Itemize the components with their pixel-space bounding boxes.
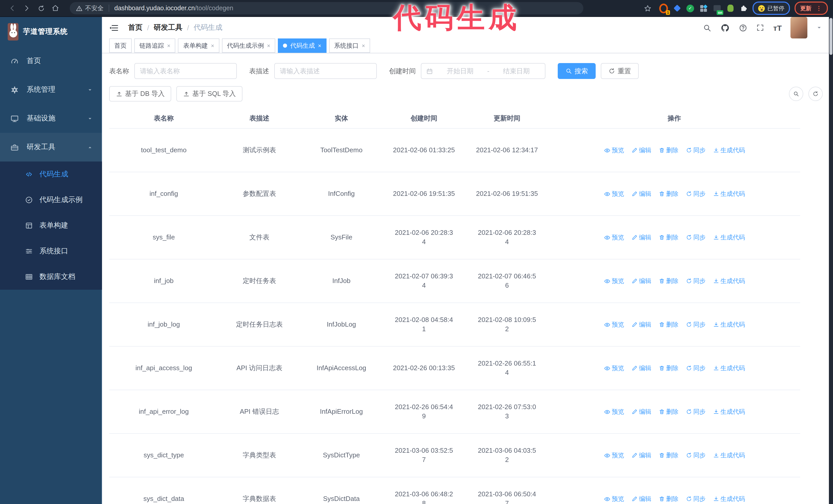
sync-link[interactable]: 同步 bbox=[686, 277, 706, 286]
browser-back-icon[interactable] bbox=[5, 1, 20, 16]
sync-link[interactable]: 同步 bbox=[686, 451, 706, 460]
start-date-placeholder[interactable]: 开始日期 bbox=[436, 66, 484, 76]
table-row[interactable]: sys_dict_type 字典类型表 SysDictType 2021-03-… bbox=[109, 433, 800, 477]
sidebar-item-db-doc[interactable]: 数据库文档 bbox=[0, 264, 102, 290]
close-icon[interactable]: × bbox=[362, 43, 365, 49]
end-date-placeholder[interactable]: 结束日期 bbox=[492, 66, 540, 76]
delete-link[interactable]: 删除 bbox=[659, 233, 679, 242]
table-name-input[interactable] bbox=[134, 63, 237, 79]
edit-link[interactable]: 编辑 bbox=[631, 363, 651, 373]
tab-tracing[interactable]: 链路追踪× bbox=[134, 39, 175, 53]
github-icon[interactable] bbox=[720, 23, 730, 32]
edit-link[interactable]: 编辑 bbox=[631, 277, 651, 286]
table-row[interactable]: inf_api_access_log API 访问日志表 InfApiAcces… bbox=[109, 346, 800, 390]
sidebar-item-codegen[interactable]: 代码生成 bbox=[0, 162, 102, 187]
toggle-search-button[interactable] bbox=[789, 87, 803, 101]
browser-reload-icon[interactable] bbox=[34, 1, 48, 16]
delete-link[interactable]: 删除 bbox=[659, 277, 679, 286]
table-row[interactable]: sys_file 文件表 SysFile 2021-02-06 20:28:3 … bbox=[109, 216, 800, 259]
preview-link[interactable]: 预览 bbox=[603, 146, 624, 155]
close-icon[interactable]: × bbox=[211, 43, 214, 49]
paused-extension-chip[interactable]: 已暂停 bbox=[753, 2, 790, 15]
extension-icon-figure[interactable] bbox=[726, 4, 735, 13]
preview-link[interactable]: 预览 bbox=[603, 451, 624, 460]
generate-code-link[interactable]: 生成代码 bbox=[713, 320, 745, 329]
edit-link[interactable]: 编辑 bbox=[631, 451, 651, 460]
page-url[interactable]: dashboard.yudao.iocoder.cn/tool/codegen bbox=[114, 5, 233, 12]
table-row[interactable]: inf_api_error_log API 错误日志 InfApiErrorLo… bbox=[109, 390, 800, 433]
tab-codegen[interactable]: 代码生成× bbox=[278, 39, 327, 53]
app-logo[interactable]: 芋道管理系统 bbox=[0, 17, 102, 47]
sidebar-item-system[interactable]: 系统管理 bbox=[0, 75, 102, 104]
browser-home-icon[interactable] bbox=[48, 1, 63, 16]
delete-link[interactable]: 删除 bbox=[659, 363, 679, 373]
delete-link[interactable]: 删除 bbox=[659, 189, 679, 198]
scrollbar-thumb[interactable] bbox=[829, 18, 832, 55]
generate-code-link[interactable]: 生成代码 bbox=[713, 494, 745, 503]
edit-link[interactable]: 编辑 bbox=[631, 407, 651, 416]
avatar-caret-down-icon[interactable] bbox=[816, 25, 822, 31]
table-row[interactable]: inf_job_log 定时任务日志表 InfJobLog 2021-02-08… bbox=[109, 303, 800, 346]
edit-link[interactable]: 编辑 bbox=[631, 320, 651, 329]
close-icon[interactable]: × bbox=[167, 43, 170, 49]
generate-code-link[interactable]: 生成代码 bbox=[713, 363, 745, 373]
edit-link[interactable]: 编辑 bbox=[631, 146, 651, 155]
breadcrumb-devtools[interactable]: 研发工具 bbox=[154, 23, 183, 32]
sync-link[interactable]: 同步 bbox=[686, 407, 706, 416]
extension-icon-check[interactable]: ✓ bbox=[686, 4, 695, 13]
close-icon[interactable]: × bbox=[267, 43, 270, 49]
sync-link[interactable]: 同步 bbox=[686, 494, 706, 503]
sidebar-item-home[interactable]: 首页 bbox=[0, 47, 102, 75]
extension-icon-gem[interactable] bbox=[672, 4, 681, 13]
preview-link[interactable]: 预览 bbox=[603, 189, 624, 198]
delete-link[interactable]: 删除 bbox=[659, 451, 679, 460]
generate-code-link[interactable]: 生成代码 bbox=[713, 407, 745, 416]
generate-code-link[interactable]: 生成代码 bbox=[713, 233, 745, 242]
preview-link[interactable]: 预览 bbox=[603, 363, 624, 373]
bookmark-star-icon[interactable] bbox=[640, 1, 654, 16]
search-icon[interactable] bbox=[703, 23, 712, 32]
import-db-button[interactable]: 基于 DB 导入 bbox=[109, 86, 171, 101]
delete-link[interactable]: 删除 bbox=[659, 146, 679, 155]
preview-link[interactable]: 预览 bbox=[603, 233, 624, 242]
sidebar-item-devtools[interactable]: 研发工具 bbox=[0, 133, 102, 162]
sync-link[interactable]: 同步 bbox=[686, 189, 706, 198]
delete-link[interactable]: 删除 bbox=[659, 407, 679, 416]
table-desc-input[interactable] bbox=[274, 63, 377, 79]
preview-link[interactable]: 预览 bbox=[603, 407, 624, 416]
extensions-puzzle-icon[interactable] bbox=[739, 4, 748, 13]
extension-icon-grid[interactable] bbox=[699, 4, 708, 13]
generate-code-link[interactable]: 生成代码 bbox=[713, 189, 745, 198]
sidebar-item-form-builder[interactable]: 表单构建 bbox=[0, 213, 102, 238]
font-size-icon[interactable]: тT bbox=[773, 23, 782, 32]
table-row[interactable]: sys_dict_data 字典数据表 SysDictData 2021-03-… bbox=[109, 477, 800, 504]
reset-button[interactable]: 重置 bbox=[601, 63, 639, 79]
table-row[interactable]: inf_job 定时任务表 InfJob 2021-02-07 06:39:3 … bbox=[109, 259, 800, 303]
sync-link[interactable]: 同步 bbox=[686, 233, 706, 242]
sidebar-item-infra[interactable]: 基础设施 bbox=[0, 104, 102, 133]
browser-update-button[interactable]: 更新 bbox=[794, 2, 828, 15]
generate-code-link[interactable]: 生成代码 bbox=[713, 146, 745, 155]
breadcrumb-home[interactable]: 首页 bbox=[128, 23, 143, 32]
table-row[interactable]: inf_config 参数配置表 InfConfig 2021-02-06 19… bbox=[109, 172, 800, 216]
tab-form-builder[interactable]: 表单构建× bbox=[178, 39, 219, 53]
edit-link[interactable]: 编辑 bbox=[631, 189, 651, 198]
delete-link[interactable]: 删除 bbox=[659, 494, 679, 503]
avatar[interactable] bbox=[790, 17, 807, 39]
close-icon[interactable]: × bbox=[318, 43, 322, 49]
edit-link[interactable]: 编辑 bbox=[631, 233, 651, 242]
preview-link[interactable]: 预览 bbox=[603, 494, 624, 503]
sync-link[interactable]: 同步 bbox=[686, 146, 706, 155]
tab-home[interactable]: 首页 bbox=[109, 39, 132, 53]
sync-link[interactable]: 同步 bbox=[686, 363, 706, 373]
extension-icon-on[interactable]: on bbox=[713, 4, 721, 13]
generate-code-link[interactable]: 生成代码 bbox=[713, 277, 745, 286]
tab-system-api[interactable]: 系统接口× bbox=[329, 39, 371, 53]
preview-link[interactable]: 预览 bbox=[603, 277, 624, 286]
sync-link[interactable]: 同步 bbox=[686, 320, 706, 329]
fullscreen-icon[interactable] bbox=[756, 24, 765, 32]
preview-link[interactable]: 预览 bbox=[603, 320, 624, 329]
table-row[interactable]: tool_test_demo 测试示例表 ToolTestDemo 2021-0… bbox=[109, 128, 800, 172]
browser-forward-icon[interactable] bbox=[20, 1, 34, 16]
sidebar-item-codegen-example[interactable]: 代码生成示例 bbox=[0, 187, 102, 213]
